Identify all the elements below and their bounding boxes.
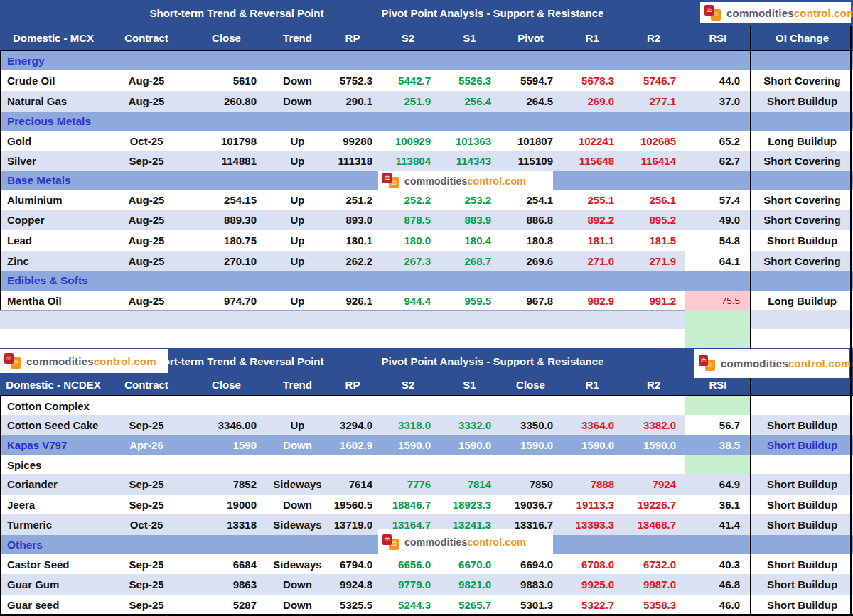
cell-s1: 18923.3 [439,495,500,514]
cell-contract: Oct-25 [107,131,186,151]
col-header-rsi: RSI [685,26,751,50]
cell-contract: Aug-25 [107,190,186,210]
cell-pivot: 264.5 [500,91,562,112]
cell-oi-change: Short Buildup [751,595,853,615]
cell-trend: Down [267,495,328,514]
section-row-cotton-complex: Cotton Complex [0,396,853,415]
cell-r2: 256.1 [623,190,685,210]
cell-s1: 253.2 [439,190,500,210]
brand-word2: control.com [468,175,526,187]
balance-scale-icon: ⚖⚖ [4,353,23,369]
cell-s2: 3318.0 [377,415,439,435]
cell-trend: Up [267,190,328,210]
cell-contract: Sep-25 [107,554,186,574]
cell-oi-change [751,171,853,190]
cell-trend: Down [267,574,328,595]
cell-oi-change [751,396,853,415]
cell-trend: Down [267,435,328,455]
brand-word2: control.com [794,7,853,19]
cell-commodity: Copper [0,210,107,230]
cell-rp: 5325.5 [328,595,377,615]
cell-pivot: 3350.0 [500,415,562,435]
cell-close: 101798 [186,131,267,151]
banner-pivot-title: Pivot Point Analysis - Support & Resista… [370,348,616,374]
oi-column-divider [750,26,751,615]
cell-rp: 6794.0 [328,554,377,574]
brand-word1: commodities [26,355,94,367]
cell-commodity: Guar seed [0,595,107,615]
cell-oi-change: Short Buildup [751,495,853,514]
col-header-trend: Trend [267,374,328,395]
cell-rp: 99280 [328,131,377,151]
cell-s1: 883.9 [439,210,500,230]
cell-s1: 268.7 [439,251,500,271]
cell-blank [0,310,685,329]
cell-rsi: 40.3 [685,554,751,574]
cell-rp: 251.2 [328,190,377,210]
section-label: Energy [0,51,685,70]
col-header-close: Close [186,26,267,50]
cell-close: 260.80 [186,91,267,112]
cell-contract: Aug-25 [107,251,186,271]
cell-r1: 9925.0 [562,574,623,595]
mcx-bottom-rule [0,310,685,311]
cell-rsi [685,455,751,474]
brand-word1: commodities [721,357,788,369]
cell-contract: Sep-25 [107,415,186,435]
cell-trend: Up [267,291,328,310]
cell-rp: 5752.3 [328,70,377,91]
cell-oi-change: Long Buildup [751,131,853,151]
commodity-pivot-report: Short-term Trend & Reversal Point Pivot … [0,0,853,616]
commoditiescontrol-logo: ⚖⚖ commoditiescontrol.com [378,529,553,555]
cell-rsi [685,329,751,348]
cell-rp: 180.1 [328,230,377,251]
cell-r2: 5358.3 [623,595,685,615]
cell-contract: Apr-26 [107,435,186,455]
cell-s1: 5526.3 [439,70,500,91]
cell-rp: 926.1 [328,291,377,310]
cell-r1: 181.1 [562,230,623,251]
banner-pivot-title: Pivot Point Analysis - Support & Resista… [370,0,616,26]
cell-s1: 180.4 [439,230,500,251]
col-header-rp: RP [328,26,377,50]
cell-s2: 5442.7 [377,70,439,91]
cell-oi-change: Short Buildup [751,514,853,535]
table-row-natural-gas: Natural GasAug-25260.80Down290.1251.9256… [0,91,853,112]
table-row-gold: GoldOct-25101798Up9928010092910136310180… [0,131,853,151]
cell-pivot: 1590.0 [500,435,562,455]
cell-rsi: 44.0 [685,70,751,91]
cell-blank [0,329,685,348]
table-row-cotton-seed-cake: Cotton Seed CakeSep-253346.00Up3294.0331… [0,415,853,435]
table-row-mentha-oil: Mentha OilAug-25974.70Up926.1944.4959.59… [0,291,853,310]
cell-rsi [685,112,751,131]
col-header-contract: Contract [107,26,186,50]
cell-contract: Aug-25 [107,91,186,112]
cell-s1: 5265.7 [439,595,500,615]
ncdex-header-rule [0,395,853,396]
cell-s2: 267.3 [377,251,439,271]
cell-pivot: 101807 [500,131,562,151]
cell-oi-change: Short Buildup [751,435,853,455]
cell-close: 114881 [186,151,267,171]
cell-rp: 3294.0 [328,415,377,435]
cell-rsi: 57.4 [685,190,751,210]
cell-contract: Sep-25 [107,474,186,495]
mcx-header-rule [0,50,853,51]
cell-contract: Aug-25 [107,291,186,310]
cell-trend: Up [267,210,328,230]
cell-rsi [685,171,751,190]
cell-contract: Aug-25 [107,210,186,230]
cell-contract: Sep-25 [107,495,186,514]
cell-oi-change [751,455,853,474]
cell-close: 6684 [186,554,267,574]
col-header-s2: S2 [377,26,439,50]
cell-rsi: 54.8 [685,230,751,251]
cell-rsi: 38.5 [685,435,751,455]
cell-commodity: Mentha Oil [0,291,107,310]
cell-rsi: 46.0 [685,595,751,615]
cell-s2: 18846.7 [377,495,439,514]
section-label: Cotton Complex [0,396,685,415]
table-row-jeera: JeeraSep-2519000Down19560.518846.718923.… [0,495,853,514]
cell-oi-change [751,329,853,348]
cell-rp: 290.1 [328,91,377,112]
